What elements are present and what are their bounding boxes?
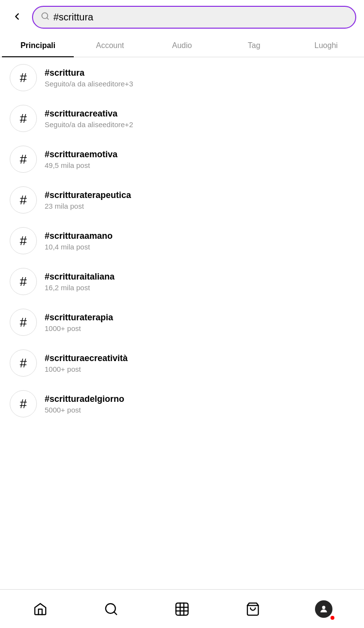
search-icon <box>41 12 50 23</box>
nav-reels[interactable] <box>167 595 197 624</box>
hash-avatar: # <box>10 268 37 295</box>
result-info: #scritturadelgiorno 5000+ post <box>45 394 354 414</box>
result-sub: 49,5 mila post <box>45 161 354 169</box>
list-item[interactable]: # #scritturacreativa Seguito/a da alisee… <box>0 98 364 139</box>
list-item[interactable]: # #scritturaemotiva 49,5 mila post <box>0 139 364 180</box>
hash-avatar: # <box>10 105 37 132</box>
result-info: #scritturaitaliana 16,2 mila post <box>45 272 354 292</box>
result-sub: 1000+ post <box>45 324 354 332</box>
list-item[interactable]: # #scritturaterapia 1000+ post <box>0 302 364 343</box>
notification-dot <box>331 616 334 620</box>
nav-search[interactable] <box>97 595 126 624</box>
search-input[interactable]: #scrittura <box>53 12 347 23</box>
result-name: #scritturaemotiva <box>45 149 354 160</box>
result-name: #scritturadelgiorno <box>45 394 354 404</box>
result-name: #scritturaamano <box>45 231 354 241</box>
hash-avatar: # <box>10 186 37 214</box>
nav-shop[interactable] <box>238 595 267 624</box>
result-sub: 23 mila post <box>45 202 354 210</box>
search-bar[interactable]: #scrittura <box>32 6 356 29</box>
nav-home[interactable] <box>26 595 55 624</box>
result-info: #scritturaterapia 1000+ post <box>45 313 354 332</box>
tab-account[interactable]: Account <box>74 34 146 57</box>
svg-rect-4 <box>176 603 188 615</box>
list-item[interactable]: # #scrittura Seguito/a da aliseeditore+3 <box>0 57 364 98</box>
profile-avatar <box>315 600 332 618</box>
back-button[interactable] <box>8 9 26 26</box>
svg-line-3 <box>114 611 116 614</box>
result-info: #scritturaterapeutica 23 mila post <box>45 190 354 210</box>
list-item[interactable]: # #scritturaitaliana 16,2 mila post <box>0 261 364 302</box>
result-sub: 5000+ post <box>45 406 354 414</box>
result-sub: 16,2 mila post <box>45 283 354 292</box>
hash-avatar: # <box>10 349 37 377</box>
result-name: #scritturacreativa <box>45 109 354 119</box>
hash-avatar: # <box>10 146 37 173</box>
header: #scrittura <box>0 0 364 34</box>
result-sub: 10,4 mila post <box>45 243 354 251</box>
hash-avatar: # <box>10 309 37 336</box>
result-info: #scrittura Seguito/a da aliseeditore+3 <box>45 68 354 88</box>
result-name: #scritturaitaliana <box>45 272 354 282</box>
hash-avatar: # <box>10 64 37 91</box>
hash-avatar: # <box>10 390 37 417</box>
list-item[interactable]: # #scritturadelgiorno 5000+ post <box>0 383 364 424</box>
result-sub: Seguito/a da aliseeditore+2 <box>45 120 354 129</box>
result-info: #scritturaecreatività 1000+ post <box>45 353 354 373</box>
results-list: # #scrittura Seguito/a da aliseeditore+3… <box>0 57 364 468</box>
list-item[interactable]: # #scritturaecreatività 1000+ post <box>0 343 364 383</box>
tab-luoghi[interactable]: Luoghi <box>290 34 362 57</box>
result-info: #scritturaamano 10,4 mila post <box>45 231 354 251</box>
list-item[interactable]: # #scritturaamano 10,4 mila post <box>0 220 364 261</box>
bottom-navigation <box>0 589 364 628</box>
svg-line-1 <box>47 17 48 19</box>
result-name: #scritturaterapia <box>45 313 354 323</box>
result-name: #scritturaecreatività <box>45 353 354 364</box>
tab-tag[interactable]: Tag <box>218 34 290 57</box>
svg-point-10 <box>322 606 326 609</box>
result-name: #scrittura <box>45 68 354 78</box>
hash-avatar: # <box>10 227 37 254</box>
list-item[interactable]: # #scritturaterapeutica 23 mila post <box>0 180 364 220</box>
result-sub: Seguito/a da aliseeditore+3 <box>45 80 354 88</box>
result-info: #scritturacreativa Seguito/a da aliseedi… <box>45 109 354 129</box>
result-name: #scritturaterapeutica <box>45 190 354 200</box>
result-sub: 1000+ post <box>45 365 354 373</box>
tabs-bar: Principali Account Audio Tag Luoghi <box>0 34 364 57</box>
tab-principali[interactable]: Principali <box>2 34 74 57</box>
nav-profile[interactable] <box>309 595 338 624</box>
result-info: #scritturaemotiva 49,5 mila post <box>45 149 354 169</box>
tab-audio[interactable]: Audio <box>146 34 218 57</box>
